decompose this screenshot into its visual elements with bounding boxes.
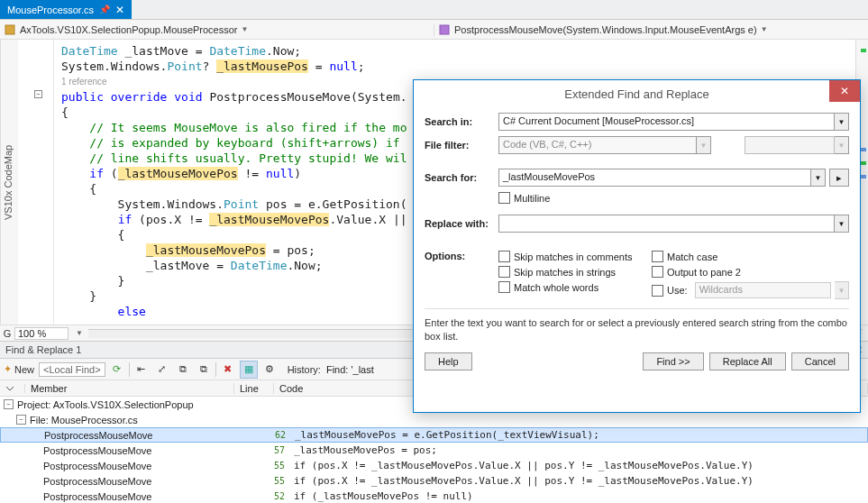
- whole-words-checkbox[interactable]: [498, 281, 510, 293]
- method-icon: [438, 23, 451, 36]
- file-row[interactable]: − File: MouseProcessor.cs: [0, 412, 868, 427]
- collapse-toggle[interactable]: −: [16, 415, 26, 425]
- collapse-toggle[interactable]: −: [4, 399, 14, 409]
- refresh-icon[interactable]: ⟳: [108, 361, 126, 379]
- chevron-down-icon: ▼: [761, 25, 770, 33]
- dialog-hint: Enter the text you want to search for or…: [425, 308, 849, 343]
- nav-scope-right[interactable]: PostprocessMouseMove(System.Windows.Inpu…: [434, 23, 868, 36]
- search-in-label: Search in:: [425, 116, 498, 127]
- match-case-checkbox[interactable]: [652, 251, 663, 262]
- chevron-down-icon: ▼: [242, 25, 251, 33]
- replace-with-input[interactable]: [498, 215, 835, 233]
- file-filter-extra-combo: [745, 136, 835, 154]
- chevron-down-icon[interactable]: ▼: [835, 215, 849, 233]
- pin-icon[interactable]: 📌: [99, 5, 110, 14]
- new-label[interactable]: New: [14, 364, 34, 375]
- replace-with-label: Replace with:: [425, 218, 498, 229]
- result-row[interactable]: PostprocessMouseMove57_lastMouseMovePos …: [0, 443, 868, 458]
- cancel-button[interactable]: Cancel: [791, 352, 849, 370]
- zoom-combo[interactable]: 100 %: [14, 327, 69, 340]
- codemap-side-tab[interactable]: VS10x CodeMap: [0, 40, 18, 325]
- multiline-label: Multiline: [514, 193, 550, 204]
- history-value: Find: '_last: [326, 364, 374, 375]
- find-button[interactable]: Find >>: [643, 352, 703, 370]
- member-column-header[interactable]: Member: [25, 383, 234, 394]
- line-column-header[interactable]: Line: [234, 383, 274, 394]
- history-label: History:: [288, 364, 321, 375]
- use-combo: Wildcards: [695, 282, 831, 298]
- use-checkbox[interactable]: [652, 285, 663, 297]
- new-icon[interactable]: ✦: [4, 363, 12, 375]
- result-row[interactable]: PostprocessMouseMove55if (pos.X != _last…: [0, 458, 868, 473]
- chevron-down-icon: ▼: [835, 281, 849, 299]
- svg-rect-0: [5, 25, 14, 34]
- result-row[interactable]: PostprocessMouseMove55if (pos.X != _last…: [0, 473, 868, 489]
- class-icon: [4, 23, 16, 36]
- copy-icon[interactable]: ⧉: [174, 361, 192, 379]
- dialog-title: Extended Find and Replace: [564, 87, 708, 101]
- expand-all-icon[interactable]: ⤢: [153, 361, 171, 379]
- delete-icon[interactable]: ✖: [219, 361, 237, 379]
- scope-combo[interactable]: <Local Find>: [39, 362, 105, 377]
- file-filter-label: File filter:: [425, 140, 498, 151]
- nav-bar: AxTools.VS10X.SelectionPopup.MouseProces…: [0, 20, 868, 40]
- chevron-down-icon[interactable]: ▼: [811, 169, 826, 187]
- options-label: Options:: [425, 251, 498, 303]
- outline-gutter[interactable]: −: [18, 40, 54, 325]
- help-button[interactable]: Help: [425, 352, 472, 370]
- chevron-down-icon: ▼: [835, 136, 849, 154]
- collapse-toggle[interactable]: −: [34, 90, 42, 98]
- expand-col[interactable]: [0, 384, 25, 393]
- dialog-title-bar[interactable]: Extended Find and Replace ✕: [414, 80, 860, 107]
- document-tab[interactable]: MouseProcessor.cs 📌 ✕: [0, 0, 132, 19]
- panel-title: Find & Replace 1: [5, 344, 81, 355]
- skip-comments-checkbox[interactable]: [498, 251, 510, 262]
- search-for-label: Search for:: [425, 172, 498, 183]
- regex-helper-button[interactable]: ▸: [829, 169, 849, 187]
- chevron-down-icon[interactable]: ▼: [76, 329, 83, 337]
- close-icon[interactable]: ✕: [115, 4, 124, 16]
- multiline-checkbox[interactable]: [498, 192, 510, 204]
- extended-find-replace-dialog: Extended Find and Replace ✕ Search in: C…: [413, 79, 861, 413]
- tab-title: MouseProcessor.cs: [7, 5, 94, 15]
- result-row[interactable]: PostprocessMouseMove62_lastMouseMovePos …: [0, 427, 868, 443]
- collapse-all-icon[interactable]: ⇤: [132, 361, 151, 379]
- replace-all-button[interactable]: Replace All: [709, 352, 786, 370]
- skip-strings-checkbox[interactable]: [498, 266, 510, 278]
- result-row[interactable]: PostprocessMouseMove52if (_lastMouseMove…: [0, 489, 868, 503]
- dialog-close-button[interactable]: ✕: [829, 80, 860, 102]
- copy-all-icon[interactable]: ⧉: [195, 361, 213, 379]
- search-for-input[interactable]: _lastMouseMovePos: [498, 169, 811, 187]
- highlight-toggle[interactable]: ▦: [240, 361, 258, 379]
- settings-icon[interactable]: ⚙: [260, 361, 279, 379]
- chevron-down-icon[interactable]: ▼: [835, 113, 849, 131]
- file-filter-combo: Code (VB, C#, C++): [498, 136, 697, 154]
- grip-icon: G: [0, 328, 14, 339]
- search-in-combo[interactable]: C# Current Document [MouseProcessor.cs]: [498, 113, 835, 131]
- svg-rect-1: [440, 25, 449, 34]
- nav-scope-left[interactable]: AxTools.VS10X.SelectionPopup.MouseProces…: [0, 23, 434, 36]
- tab-bar: MouseProcessor.cs 📌 ✕: [0, 0, 868, 20]
- output-pane2-checkbox[interactable]: [652, 266, 663, 278]
- chevron-down-icon: ▼: [697, 136, 711, 154]
